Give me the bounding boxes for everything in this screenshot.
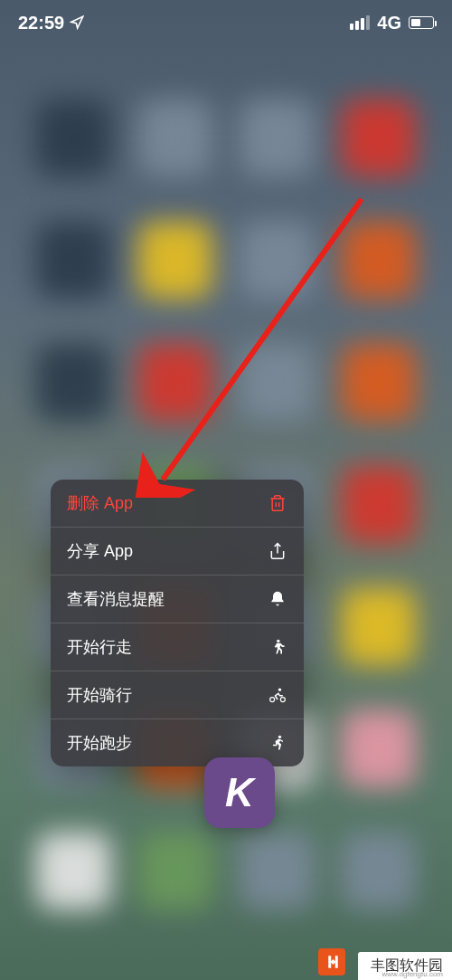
menu-item-label: 开始跑步: [67, 732, 132, 754]
location-icon: [70, 15, 84, 30]
watermark-badge: [318, 948, 345, 975]
menu-share-app[interactable]: 分享 App: [51, 528, 304, 576]
status-time: 22:59: [18, 13, 64, 33]
menu-item-label: 查看消息提醒: [67, 588, 165, 610]
menu-start-walking[interactable]: 开始行走: [51, 623, 304, 671]
svg-point-4: [278, 736, 281, 738]
svg-point-3: [278, 689, 281, 691]
app-letter: K: [225, 770, 254, 815]
watermark-url: www.dgfengtu.com: [381, 970, 443, 978]
battery-icon: [409, 16, 434, 29]
trash-icon: [268, 493, 287, 513]
menu-item-label: 分享 App: [67, 540, 133, 562]
svg-point-1: [270, 698, 275, 702]
menu-item-label: 开始骑行: [67, 684, 132, 706]
context-menu: 删除 App 分享 App 查看消息提醒 开始行走: [51, 480, 304, 766]
menu-view-notifications[interactable]: 查看消息提醒: [51, 576, 304, 623]
cycle-icon: [268, 685, 287, 705]
status-bar: 22:59 4G: [0, 0, 452, 45]
svg-point-2: [280, 698, 285, 702]
network-type: 4G: [377, 13, 401, 33]
walk-icon: [268, 637, 287, 657]
signal-icon: [350, 15, 370, 30]
keep-app-icon[interactable]: K: [204, 757, 275, 828]
menu-item-label: 删除 App: [67, 492, 133, 514]
menu-start-cycling[interactable]: 开始骑行: [51, 671, 304, 719]
svg-point-0: [277, 640, 279, 642]
run-icon: [268, 733, 287, 753]
share-icon: [268, 541, 287, 561]
bell-icon: [268, 589, 287, 609]
menu-delete-app[interactable]: 删除 App: [51, 480, 304, 528]
menu-item-label: 开始行走: [67, 636, 132, 658]
